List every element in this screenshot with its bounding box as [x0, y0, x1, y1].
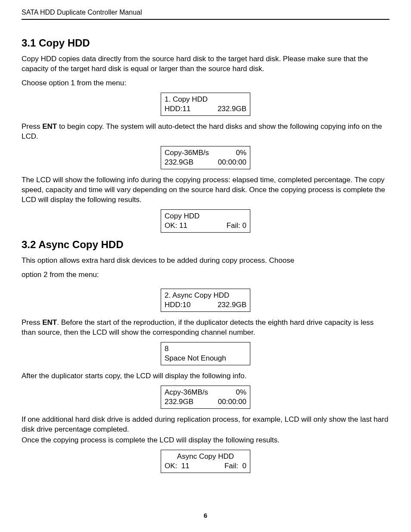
- lcd-line: 00:00:00: [218, 397, 246, 407]
- body-text: This option allows extra hard disk devic…: [22, 256, 389, 266]
- page-header: SATA HDD Duplicate Controller Manual: [22, 9, 389, 20]
- lcd-display: Async Copy HDD OK: 11 Fail: 0: [161, 450, 250, 473]
- lcd-line: 2. Async Copy HDD: [165, 291, 229, 300]
- body-text: Copy HDD copies data directly from the s…: [22, 54, 389, 74]
- lcd-display: 8 Space Not Enough: [161, 342, 250, 365]
- body-text: Once the copying process is complete the…: [22, 436, 389, 445]
- lcd-display: 1. Copy HDD HDD:11 232.9GB: [161, 93, 250, 116]
- body-text: After the duplicator starts copy, the LC…: [22, 371, 389, 381]
- text-fragment: . Before the start of the reproduction, …: [22, 318, 374, 336]
- lcd-line: 1. Copy HDD: [165, 95, 208, 104]
- lcd-line: 232.9GB: [218, 300, 246, 310]
- text-fragment: to begin copy. The system will auto-dete…: [22, 122, 382, 140]
- text-fragment: Press: [22, 122, 42, 131]
- lcd-line: OK: 11: [165, 221, 187, 230]
- body-text: The LCD will show the following info dur…: [22, 175, 389, 205]
- lcd-line: Copy HDD: [165, 212, 199, 221]
- lcd-line: Copy-36MB/s: [165, 148, 209, 158]
- lcd-line: HDD:11: [165, 104, 190, 114]
- lcd-line: Acpy-36MB/s: [165, 388, 208, 397]
- body-text: Press ENT to begin copy. The system will…: [22, 122, 389, 142]
- key-label-ent: ENT: [42, 122, 57, 131]
- text-fragment: Press: [22, 318, 42, 327]
- lcd-display: Copy HDD OK: 11 Fail: 0: [161, 209, 250, 233]
- lcd-line: OK: 11: [165, 461, 190, 471]
- lcd-line: Fail: 0: [224, 461, 246, 471]
- lcd-line: 232.9GB: [165, 158, 193, 167]
- document-page: SATA HDD Duplicate Controller Manual 3.1…: [0, 0, 411, 532]
- lcd-display: 2. Async Copy HDD HDD:10 232.9GB: [161, 289, 250, 312]
- section-heading-3-1: 3.1 Copy HDD: [22, 37, 389, 49]
- lcd-line: Space Not Enough: [165, 354, 226, 363]
- lcd-line: HDD:10: [165, 300, 190, 310]
- key-label-ent: ENT: [42, 318, 57, 327]
- body-text: option 2 from the menu:: [22, 270, 389, 280]
- page-number: 6: [0, 512, 411, 519]
- lcd-line: 0%: [236, 148, 246, 158]
- lcd-line: 232.9GB: [165, 397, 193, 407]
- lcd-line: 232.9GB: [218, 104, 246, 114]
- body-text: Press ENT. Before the start of the repro…: [22, 318, 389, 338]
- lcd-line: 0%: [236, 388, 246, 397]
- lcd-display: Copy-36MB/s 0% 232.9GB 00:00:00: [161, 146, 250, 169]
- section-heading-3-2: 3.2 Async Copy HDD: [22, 239, 389, 251]
- lcd-line: Fail: 0: [227, 221, 246, 230]
- lcd-line: 8: [165, 344, 168, 354]
- lcd-line: 00:00:00: [218, 158, 246, 167]
- body-text: Choose option 1 from the menu:: [22, 78, 389, 88]
- body-text: If one additional hard disk drive is add…: [22, 415, 389, 435]
- lcd-display: Acpy-36MB/s 0% 232.9GB 00:00:00: [161, 386, 250, 409]
- lcd-line: Async Copy HDD: [177, 452, 234, 461]
